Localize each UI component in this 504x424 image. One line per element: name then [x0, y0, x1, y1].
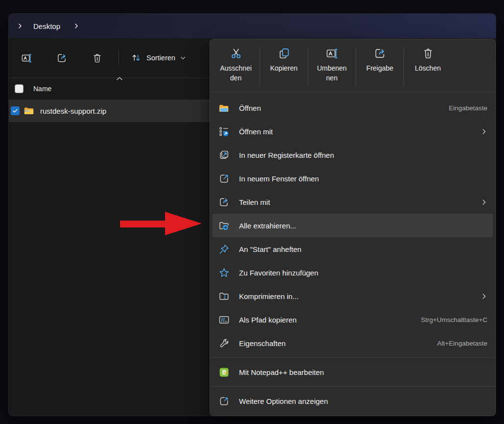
- menu-item-label: Öffnen: [239, 104, 261, 112]
- menu-item-teilen-mit[interactable]: Teilen mit: [213, 190, 493, 214]
- delete-button[interactable]: [79, 47, 115, 69]
- rename-icon: [326, 46, 338, 61]
- chevron-down-icon: [180, 55, 186, 61]
- menu-item-label: Komprimieren in...: [239, 292, 299, 300]
- share-label: Freigabe: [366, 63, 393, 73]
- menu-item-zu-favoriten-hinzufuegen[interactable]: Zu Favoriten hinzufügen: [213, 261, 493, 284]
- menu-item-an-start-anheften[interactable]: An "Start" anheften: [213, 237, 493, 261]
- menu-item-label: Öffnen mit: [239, 127, 273, 136]
- menu-item-label: Zu Favoriten hinzufügen: [239, 269, 318, 277]
- quick-actions-row: Ausschneiden Kopieren Umbenennen: [210, 39, 495, 92]
- menu-item-komprimieren-in[interactable]: Komprimieren in...: [213, 284, 493, 308]
- chevron-right-icon[interactable]: [69, 18, 84, 34]
- menu-item-label: Mit Notepad++ bearbeiten: [239, 368, 324, 376]
- sort-button[interactable]: Sortieren: [123, 47, 193, 69]
- show-more-icon: [218, 395, 230, 407]
- notepadpp-icon: [218, 366, 230, 378]
- sort-icon: [131, 52, 142, 63]
- copy-icon: [278, 46, 290, 61]
- menu-item-label: In neuer Registerkarte öffnen: [239, 151, 334, 159]
- wrench-icon: [218, 337, 230, 349]
- new-window-icon: [218, 173, 230, 184]
- menu-item-mit-notepadpp-bearbeiten[interactable]: Mit Notepad++ bearbeiten: [213, 360, 493, 384]
- copy-button[interactable]: Kopieren: [260, 41, 308, 92]
- cut-button[interactable]: Ausschneiden: [212, 41, 260, 92]
- star-icon: [218, 267, 230, 278]
- context-menu: Ausschneiden Kopieren Umbenennen: [210, 39, 496, 416]
- cut-label: Ausschneiden: [220, 63, 252, 83]
- share-icon: [374, 46, 386, 61]
- breadcrumb-item-desktop[interactable]: Desktop: [27, 20, 66, 32]
- share-icon: [56, 52, 68, 64]
- menu-separator: [210, 386, 495, 387]
- chevron-right-icon: [481, 128, 487, 135]
- share-icon: [218, 196, 230, 208]
- share-button[interactable]: Freigabe: [356, 41, 404, 92]
- chevron-right-icon: [481, 199, 487, 205]
- file-name: rustdesk-support.zip: [40, 107, 106, 115]
- new-tab-icon: [218, 149, 230, 161]
- folder-open-icon: [218, 102, 230, 114]
- menu-item-shortcut: Strg+Umschalttaste+C: [421, 316, 487, 324]
- zip-folder-icon: [24, 105, 34, 116]
- menu-item-label: Eigenschaften: [239, 339, 286, 348]
- menu-item-oeffnen[interactable]: Öffnen Eingabetaste: [213, 96, 493, 120]
- menu-item-eigenschaften[interactable]: Eigenschaften Alt+Eingabetaste: [213, 331, 493, 355]
- share-button[interactable]: [44, 47, 79, 69]
- rename-button[interactable]: [9, 47, 44, 69]
- menu-item-oeffnen-mit[interactable]: Öffnen mit: [213, 120, 493, 143]
- menu-item-weitere-optionen-anzeigen[interactable]: Weitere Optionen anzeigen: [213, 389, 493, 413]
- rename-label: Umbenennen: [316, 63, 348, 83]
- trash-icon: [422, 46, 434, 61]
- chevron-right-icon: [481, 293, 487, 299]
- desktop-background: Desktop: [0, 0, 504, 424]
- toolbar-divider: [119, 50, 119, 65]
- rename-button[interactable]: Umbenennen: [308, 41, 356, 92]
- menu-item-in-neuer-registerkarte-oeffnen[interactable]: In neuer Registerkarte öffnen: [213, 143, 493, 167]
- menu-item-label: Als Pfad kopieren: [239, 316, 297, 324]
- menu-separator: [210, 357, 495, 358]
- menu-item-label: Weitere Optionen anzeigen: [239, 397, 328, 405]
- menu-item-shortcut: Eingabetaste: [449, 104, 487, 112]
- rename-icon: [21, 52, 32, 64]
- open-with-icon: [218, 125, 230, 137]
- delete-label: Löschen: [415, 63, 441, 73]
- sort-label: Sortieren: [146, 54, 175, 62]
- delete-button[interactable]: Löschen: [404, 41, 452, 92]
- scissors-icon: [230, 46, 242, 61]
- menu-item-label: In neuem Fenster öffnen: [239, 175, 319, 183]
- menu-item-als-pfad-kopieren[interactable]: Als Pfad kopieren Strg+Umschalttaste+C: [213, 308, 493, 331]
- extract-icon: [218, 220, 230, 231]
- sort-ascending-caret-icon: [116, 76, 123, 81]
- compress-icon: [218, 290, 230, 302]
- pin-icon: [218, 243, 230, 255]
- menu-item-label: Teilen mit: [239, 198, 270, 206]
- row-checkbox-checked[interactable]: [11, 106, 20, 115]
- copy-label: Kopieren: [270, 63, 297, 73]
- annotation-arrow: [118, 208, 206, 240]
- menu-item-label: Alle extrahieren...: [239, 222, 296, 230]
- menu-item-alle-extrahieren[interactable]: Alle extrahieren...: [213, 214, 493, 237]
- menu-item-label: An "Start" anheften: [239, 245, 301, 253]
- chevron-right-icon[interactable]: [13, 18, 27, 34]
- menu-item-shortcut: Alt+Eingabetaste: [437, 340, 487, 347]
- column-header-name[interactable]: Name: [33, 85, 51, 93]
- select-all-checkbox[interactable]: [15, 84, 24, 93]
- menu-item-in-neuem-fenster-oeffnen[interactable]: In neuem Fenster öffnen: [213, 167, 493, 190]
- breadcrumb: Desktop: [9, 14, 496, 38]
- menu-list: Öffnen Eingabetaste Öffnen mit In neuer …: [210, 92, 495, 413]
- copy-path-icon: [218, 314, 230, 325]
- trash-icon: [92, 52, 103, 64]
